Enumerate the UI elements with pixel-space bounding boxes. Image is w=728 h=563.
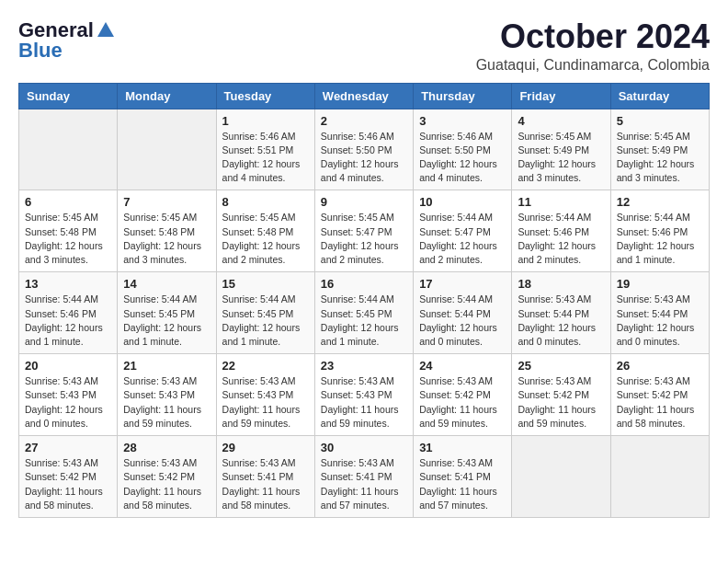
day-detail: Sunrise: 5:45 AM Sunset: 5:48 PM Dayligh… xyxy=(222,211,309,267)
calendar-cell: 6Sunrise: 5:45 AM Sunset: 5:48 PM Daylig… xyxy=(19,190,118,272)
day-number: 26 xyxy=(617,359,703,373)
calendar-cell: 3Sunrise: 5:46 AM Sunset: 5:50 PM Daylig… xyxy=(414,109,512,190)
day-number: 17 xyxy=(419,277,506,291)
week-row-2: 13Sunrise: 5:44 AM Sunset: 5:46 PM Dayli… xyxy=(19,272,710,354)
calendar-cell: 24Sunrise: 5:43 AM Sunset: 5:42 PM Dayli… xyxy=(414,354,512,436)
weekday-header-thursday: Thursday xyxy=(414,83,512,109)
day-number: 30 xyxy=(321,441,407,454)
calendar-cell: 18Sunrise: 5:43 AM Sunset: 5:44 PM Dayli… xyxy=(512,272,610,354)
calendar-body: 1Sunrise: 5:46 AM Sunset: 5:51 PM Daylig… xyxy=(19,109,710,517)
day-detail: Sunrise: 5:43 AM Sunset: 5:41 PM Dayligh… xyxy=(321,456,407,512)
calendar-cell: 16Sunrise: 5:44 AM Sunset: 5:45 PM Dayli… xyxy=(314,272,413,354)
day-detail: Sunrise: 5:43 AM Sunset: 5:43 PM Dayligh… xyxy=(25,374,111,431)
calendar-cell: 30Sunrise: 5:43 AM Sunset: 5:41 PM Dayli… xyxy=(314,436,413,518)
day-number: 7 xyxy=(123,195,210,209)
weekday-header-friday: Friday xyxy=(512,83,610,109)
day-detail: Sunrise: 5:44 AM Sunset: 5:45 PM Dayligh… xyxy=(123,293,210,349)
calendar-table: SundayMondayTuesdayWednesdayThursdayFrid… xyxy=(18,83,710,518)
day-detail: Sunrise: 5:44 AM Sunset: 5:47 PM Dayligh… xyxy=(419,211,506,267)
day-detail: Sunrise: 5:45 AM Sunset: 5:48 PM Dayligh… xyxy=(123,211,210,267)
logo: General Blue xyxy=(18,18,116,63)
day-detail: Sunrise: 5:45 AM Sunset: 5:47 PM Dayligh… xyxy=(321,211,407,267)
calendar-cell: 12Sunrise: 5:44 AM Sunset: 5:46 PM Dayli… xyxy=(610,190,709,272)
calendar-cell: 1Sunrise: 5:46 AM Sunset: 5:51 PM Daylig… xyxy=(216,109,314,190)
calendar-cell: 11Sunrise: 5:44 AM Sunset: 5:46 PM Dayli… xyxy=(512,190,610,272)
day-detail: Sunrise: 5:46 AM Sunset: 5:50 PM Dayligh… xyxy=(419,130,506,186)
calendar-cell: 23Sunrise: 5:43 AM Sunset: 5:43 PM Dayli… xyxy=(314,354,413,436)
day-number: 29 xyxy=(222,441,309,454)
calendar-cell: 9Sunrise: 5:45 AM Sunset: 5:47 PM Daylig… xyxy=(314,190,413,272)
calendar-cell: 19Sunrise: 5:43 AM Sunset: 5:44 PM Dayli… xyxy=(610,272,709,354)
day-detail: Sunrise: 5:44 AM Sunset: 5:46 PM Dayligh… xyxy=(25,293,111,349)
day-number: 16 xyxy=(321,277,407,291)
week-row-0: 1Sunrise: 5:46 AM Sunset: 5:51 PM Daylig… xyxy=(19,109,710,190)
day-number: 5 xyxy=(617,114,703,128)
day-detail: Sunrise: 5:43 AM Sunset: 5:41 PM Dayligh… xyxy=(419,456,506,512)
day-detail: Sunrise: 5:44 AM Sunset: 5:46 PM Dayligh… xyxy=(617,211,703,267)
day-detail: Sunrise: 5:45 AM Sunset: 5:49 PM Dayligh… xyxy=(518,130,604,186)
calendar-cell: 10Sunrise: 5:44 AM Sunset: 5:47 PM Dayli… xyxy=(414,190,512,272)
day-detail: Sunrise: 5:45 AM Sunset: 5:49 PM Dayligh… xyxy=(617,130,703,186)
weekday-header-monday: Monday xyxy=(118,83,216,109)
calendar-cell: 29Sunrise: 5:43 AM Sunset: 5:41 PM Dayli… xyxy=(216,436,314,518)
weekday-header-wednesday: Wednesday xyxy=(314,83,413,109)
day-number: 28 xyxy=(123,441,210,454)
calendar-cell: 27Sunrise: 5:43 AM Sunset: 5:42 PM Dayli… xyxy=(19,436,118,518)
calendar-cell: 8Sunrise: 5:45 AM Sunset: 5:48 PM Daylig… xyxy=(216,190,314,272)
day-detail: Sunrise: 5:43 AM Sunset: 5:43 PM Dayligh… xyxy=(123,374,210,431)
calendar-cell: 20Sunrise: 5:43 AM Sunset: 5:43 PM Dayli… xyxy=(19,354,118,436)
day-number: 31 xyxy=(419,441,506,454)
svg-marker-0 xyxy=(97,22,114,37)
day-number: 25 xyxy=(518,359,604,373)
calendar-cell: 5Sunrise: 5:45 AM Sunset: 5:49 PM Daylig… xyxy=(610,109,709,190)
calendar-cell: 28Sunrise: 5:43 AM Sunset: 5:42 PM Dayli… xyxy=(118,436,216,518)
day-number: 4 xyxy=(518,114,604,128)
month-title: October 2024 xyxy=(476,18,710,55)
day-number: 14 xyxy=(123,277,210,291)
calendar-cell xyxy=(19,109,118,190)
calendar-header: SundayMondayTuesdayWednesdayThursdayFrid… xyxy=(19,83,710,109)
day-number: 13 xyxy=(25,277,111,291)
day-number: 6 xyxy=(25,195,111,209)
calendar-cell: 14Sunrise: 5:44 AM Sunset: 5:45 PM Dayli… xyxy=(118,272,216,354)
day-number: 3 xyxy=(419,114,506,128)
day-detail: Sunrise: 5:43 AM Sunset: 5:42 PM Dayligh… xyxy=(25,456,111,512)
calendar-cell: 25Sunrise: 5:43 AM Sunset: 5:42 PM Dayli… xyxy=(512,354,610,436)
day-number: 24 xyxy=(419,359,506,373)
day-detail: Sunrise: 5:43 AM Sunset: 5:42 PM Dayligh… xyxy=(518,374,604,431)
week-row-4: 27Sunrise: 5:43 AM Sunset: 5:42 PM Dayli… xyxy=(19,436,710,518)
day-detail: Sunrise: 5:44 AM Sunset: 5:44 PM Dayligh… xyxy=(419,293,506,349)
day-detail: Sunrise: 5:46 AM Sunset: 5:51 PM Dayligh… xyxy=(222,130,309,186)
day-number: 9 xyxy=(321,195,407,209)
day-number: 10 xyxy=(419,195,506,209)
weekday-header-row: SundayMondayTuesdayWednesdayThursdayFrid… xyxy=(19,83,710,109)
day-number: 1 xyxy=(222,114,309,128)
day-detail: Sunrise: 5:44 AM Sunset: 5:45 PM Dayligh… xyxy=(222,293,309,349)
day-detail: Sunrise: 5:44 AM Sunset: 5:45 PM Dayligh… xyxy=(321,293,407,349)
calendar-cell: 26Sunrise: 5:43 AM Sunset: 5:42 PM Dayli… xyxy=(610,354,709,436)
calendar-cell: 22Sunrise: 5:43 AM Sunset: 5:43 PM Dayli… xyxy=(216,354,314,436)
calendar-cell xyxy=(118,109,216,190)
day-number: 11 xyxy=(518,195,604,209)
week-row-1: 6Sunrise: 5:45 AM Sunset: 5:48 PM Daylig… xyxy=(19,190,710,272)
day-detail: Sunrise: 5:46 AM Sunset: 5:50 PM Dayligh… xyxy=(321,130,407,186)
day-detail: Sunrise: 5:45 AM Sunset: 5:48 PM Dayligh… xyxy=(25,211,111,267)
day-number: 23 xyxy=(321,359,407,373)
day-number: 21 xyxy=(123,359,210,373)
day-number: 2 xyxy=(321,114,407,128)
calendar-cell: 21Sunrise: 5:43 AM Sunset: 5:43 PM Dayli… xyxy=(118,354,216,436)
day-number: 18 xyxy=(518,277,604,291)
day-number: 22 xyxy=(222,359,309,373)
title-area: October 2024 Guataqui, Cundinamarca, Col… xyxy=(476,18,710,74)
day-number: 19 xyxy=(617,277,703,291)
header: General Blue October 2024 Guataqui, Cund… xyxy=(18,18,710,74)
calendar-cell: 2Sunrise: 5:46 AM Sunset: 5:50 PM Daylig… xyxy=(314,109,413,190)
day-detail: Sunrise: 5:43 AM Sunset: 5:42 PM Dayligh… xyxy=(617,374,703,431)
day-detail: Sunrise: 5:43 AM Sunset: 5:43 PM Dayligh… xyxy=(321,374,407,431)
day-detail: Sunrise: 5:43 AM Sunset: 5:44 PM Dayligh… xyxy=(617,293,703,349)
calendar-cell: 31Sunrise: 5:43 AM Sunset: 5:41 PM Dayli… xyxy=(414,436,512,518)
day-detail: Sunrise: 5:43 AM Sunset: 5:41 PM Dayligh… xyxy=(222,456,309,512)
day-detail: Sunrise: 5:43 AM Sunset: 5:42 PM Dayligh… xyxy=(123,456,210,512)
calendar-cell xyxy=(610,436,709,518)
day-number: 20 xyxy=(25,359,111,373)
